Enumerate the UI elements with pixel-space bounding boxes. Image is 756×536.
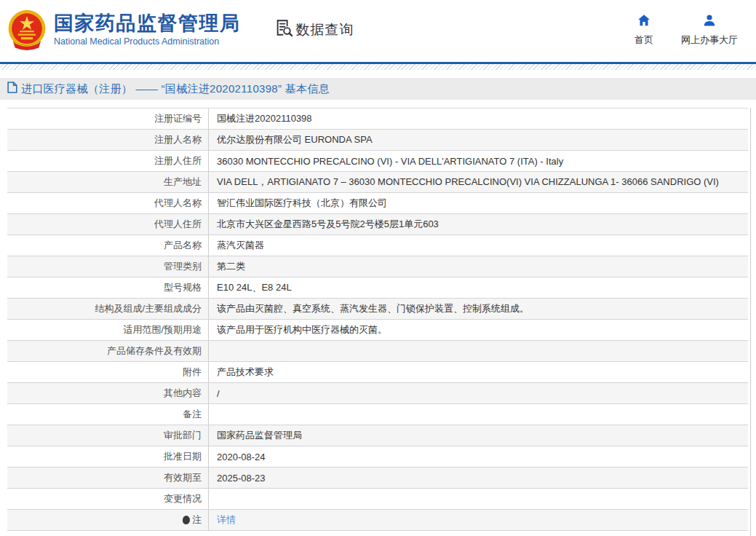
table-row: 注册人名称优尔达股份有限公司 EURONDA SPA (7, 130, 748, 151)
breadcrumb: 进口医疗器械（注册） —— “国械注进20202110398” 基本信息 (0, 78, 756, 100)
row-label: 管理类别 (7, 256, 209, 277)
row-label: 注册人住所 (7, 151, 209, 171)
site-title-block: 国家药品监督管理局 National Medical Products Admi… (54, 12, 241, 47)
scrollbar-track[interactable] (750, 108, 751, 536)
hatch-pattern-band (0, 64, 756, 70)
table-row: 备注 (7, 404, 748, 425)
row-label: 注 (7, 510, 209, 530)
table-row: 审批部门国家药品监督管理局 (7, 425, 748, 446)
row-label: 审批部门 (7, 425, 209, 446)
row-value: 2025-08-23 (209, 468, 748, 488)
row-label: 产品储存条件及有效期 (7, 341, 209, 361)
nav-item-service-hall[interactable]: 网上办事大厅 (681, 13, 738, 47)
info-table: 注册证编号国械注进20202110398注册人名称优尔达股份有限公司 EURON… (7, 108, 748, 531)
row-label: 产品名称 (7, 235, 209, 256)
table-row: 生产地址VIA DELL，ARTIGIANATO 7 – 36030 MONTE… (7, 172, 748, 193)
note-icon (183, 516, 190, 524)
row-value: 该产品用于医疗机构中医疗器械的灭菌。 (209, 320, 748, 340)
table-row: 代理人住所北京市大兴区金星西路5号及5号院2号楼5层1单元603 (7, 214, 748, 235)
row-value: E10 24L、E8 24L (209, 277, 748, 298)
row-value: 北京市大兴区金星西路5号及5号院2号楼5层1单元603 (209, 214, 748, 234)
document-search-icon (274, 18, 293, 41)
table-row: 代理人名称智汇伟业国际医疗科技（北京）有限公司 (7, 193, 748, 214)
row-label: 注册人名称 (7, 130, 209, 150)
row-label: 批准日期 (7, 446, 209, 467)
table-row: 适用范围/预期用途该产品用于医疗机构中医疗器械的灭菌。 (7, 320, 748, 341)
row-value: 详情 (209, 510, 748, 530)
row-label: 注册证编号 (7, 109, 209, 129)
nav-item-label: 网上办事大厅 (681, 34, 738, 47)
data-query-tab[interactable]: 数据查询 (271, 18, 354, 41)
person-icon (702, 13, 717, 31)
row-value: 产品技术要求 (209, 362, 748, 382)
row-label: 适用范围/预期用途 (7, 320, 209, 340)
row-label: 附件 (7, 362, 209, 382)
row-label: 代理人名称 (7, 193, 209, 213)
table-row: 注册人住所36030 MONTECCHIO PRECALCINO (VI) - … (7, 151, 748, 172)
row-label: 生产地址 (7, 172, 209, 192)
home-icon (637, 13, 651, 31)
row-label: 备注 (7, 404, 209, 425)
table-row: 型号规格E10 24L、E8 24L (7, 277, 748, 299)
table-row: 注详情 (7, 510, 748, 531)
table-row: 注册证编号国械注进20202110398 (7, 109, 748, 130)
site-header: 国家药品监督管理局 National Medical Products Admi… (0, 0, 756, 62)
row-value: / (209, 383, 748, 403)
row-value (209, 341, 748, 361)
row-value: 国械注进20202110398 (209, 109, 748, 129)
table-row: 附件产品技术要求 (7, 362, 748, 383)
row-label: 变更情况 (7, 489, 209, 509)
row-value (209, 489, 748, 509)
table-row: 批准日期2020-08-24 (7, 446, 748, 468)
row-label: 其他内容 (7, 383, 209, 403)
header-nav: 首页 网上办事大厅 (634, 13, 738, 47)
table-row: 变更情况 (7, 489, 748, 510)
row-value: VIA DELL，ARTIGIANATO 7 – 36030 MONTECCHI… (209, 172, 748, 192)
site-title-en: National Medical Products Administration (54, 36, 241, 47)
data-query-label: 数据查询 (296, 20, 354, 39)
table-row: 管理类别第二类 (7, 256, 748, 277)
row-label: 型号规格 (7, 277, 209, 298)
row-label: 结构及组成/主要组成成分 (7, 299, 209, 319)
row-value: 第二类 (209, 256, 748, 277)
nmpa-emblem-logo (6, 9, 48, 51)
row-value: 该产品由灭菌腔、真空系统、蒸汽发生器、门锁保护装置、控制系统组成。 (209, 299, 748, 319)
row-value: 2020-08-24 (209, 446, 748, 467)
row-value: 智汇伟业国际医疗科技（北京）有限公司 (209, 193, 748, 213)
row-label: 代理人住所 (7, 214, 209, 234)
table-row: 结构及组成/主要组成成分该产品由灭菌腔、真空系统、蒸汽发生器、门锁保护装置、控制… (7, 299, 748, 320)
breadcrumb-title: 进口医疗器械（注册） —— “国械注进20202110398” 基本信息 (21, 82, 330, 96)
row-value: 优尔达股份有限公司 EURONDA SPA (209, 130, 748, 150)
nav-item-home[interactable]: 首页 (634, 13, 653, 47)
page-icon (7, 82, 17, 96)
nav-item-label: 首页 (634, 34, 653, 47)
table-row: 产品名称蒸汽灭菌器 (7, 235, 748, 256)
table-row: 产品储存条件及有效期 (7, 341, 748, 362)
row-value: 36030 MONTECCHIO PRECALCINO (VI) - VIA D… (209, 151, 748, 171)
table-row: 有效期至2025-08-23 (7, 468, 748, 489)
row-value: 国家药品监督管理局 (209, 425, 748, 446)
details-link[interactable]: 详情 (217, 513, 236, 527)
site-title-cn: 国家药品监督管理局 (54, 12, 241, 35)
table-row: 其他内容/ (7, 383, 748, 404)
row-value: 蒸汽灭菌器 (209, 235, 748, 256)
row-label: 有效期至 (7, 468, 209, 488)
row-value (209, 404, 748, 425)
